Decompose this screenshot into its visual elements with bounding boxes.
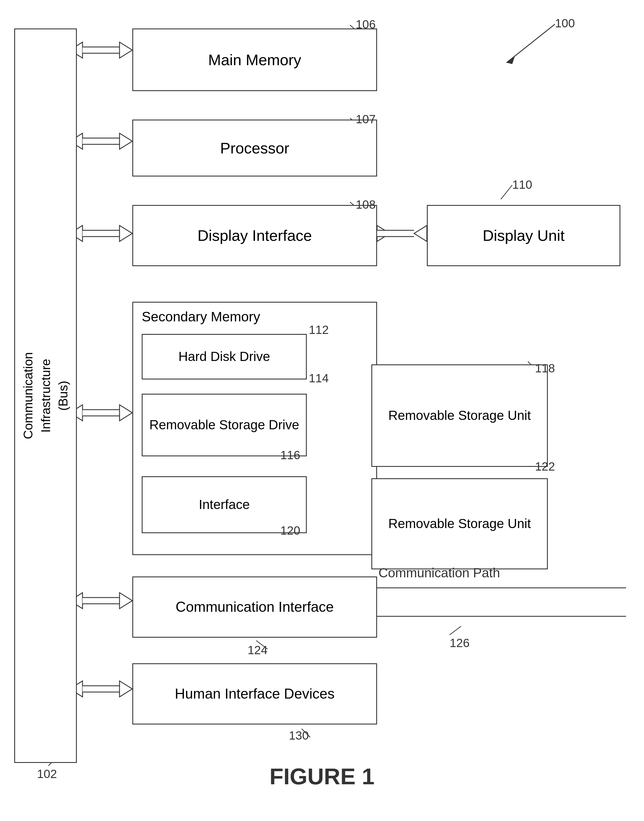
removable-storage-drive-box: Removable Storage Drive: [142, 394, 307, 456]
ref-130: 130: [289, 729, 309, 743]
arrow-main-memory: [70, 42, 132, 58]
removable-storage-drive-label: Removable Storage Drive: [149, 416, 299, 434]
svg-rect-11: [83, 230, 120, 236]
svg-marker-44: [120, 681, 132, 697]
ref-100-arrowhead: [506, 55, 515, 64]
display-interface-box: Display Interface: [132, 205, 377, 266]
arrow-communication-interface: [70, 593, 132, 609]
ref-116: 116: [280, 448, 300, 462]
svg-line-50: [450, 626, 461, 635]
human-interface-devices-label: Human Interface Devices: [175, 684, 334, 703]
svg-rect-41: [83, 686, 120, 692]
ref-100: 100: [555, 17, 575, 30]
arrow-human-interface: [70, 681, 132, 697]
svg-marker-14: [120, 226, 132, 241]
svg-rect-6: [83, 138, 120, 144]
communication-interface-label: Communication Interface: [176, 598, 334, 616]
svg-marker-19: [414, 226, 427, 241]
arrow-secondary-memory: [70, 405, 132, 421]
hard-disk-drive-box: Hard Disk Drive: [142, 334, 307, 379]
svg-rect-21: [83, 410, 120, 416]
display-interface-label: Display Interface: [198, 226, 312, 246]
secondary-memory-label: Secondary Memory: [142, 309, 260, 325]
removable-storage-unit-118-box: Removable Storage Unit: [371, 364, 548, 467]
svg-rect-1: [83, 47, 120, 53]
ref-122: 122: [535, 460, 555, 473]
hard-disk-drive-label: Hard Disk Drive: [178, 348, 270, 365]
arrow-processor: [70, 133, 132, 149]
display-unit-box: Display Unit: [427, 205, 620, 266]
communication-interface-box: Communication Interface: [132, 577, 377, 638]
ref-114: 114: [309, 371, 329, 385]
human-interface-devices-box: Human Interface Devices: [132, 663, 377, 724]
bus-box: Communication Infrastructure (Bus): [14, 28, 77, 763]
ref-120: 120: [280, 524, 300, 537]
svg-line-56: [501, 185, 512, 199]
secondary-memory-outer-box: Secondary Memory Hard Disk Drive Removab…: [132, 302, 377, 555]
removable-storage-unit-122-label: Removable Storage Unit: [388, 515, 531, 532]
ref-112: 112: [309, 323, 329, 337]
removable-storage-unit-118-label: Removable Storage Unit: [388, 407, 531, 424]
display-unit-label: Display Unit: [483, 226, 564, 246]
bus-label: Communication Infrastructure (Bus): [19, 352, 72, 439]
arrow-display-unit: [377, 226, 427, 241]
interface-label: Interface: [199, 496, 250, 513]
ref-107: 107: [356, 112, 376, 126]
svg-rect-36: [83, 597, 120, 604]
svg-marker-4: [120, 42, 132, 58]
ref-106: 106: [356, 18, 376, 31]
ref-102: 102: [37, 767, 57, 781]
figure-caption: FIGURE 1: [270, 764, 374, 790]
svg-marker-39: [120, 593, 132, 609]
main-memory-box: Main Memory: [132, 28, 377, 91]
ref-126: 126: [450, 636, 469, 650]
removable-storage-unit-122-box: Removable Storage Unit: [371, 478, 548, 569]
processor-label: Processor: [220, 138, 289, 158]
main-memory-label: Main Memory: [208, 50, 301, 70]
arrow-display-interface: [70, 226, 132, 241]
svg-rect-16: [377, 230, 414, 236]
ref-108: 108: [356, 198, 376, 212]
svg-marker-9: [120, 133, 132, 149]
communication-path-label: Communication Path: [379, 565, 500, 580]
ref-118: 118: [535, 362, 555, 375]
processor-box: Processor: [132, 120, 377, 176]
svg-marker-24: [120, 405, 132, 421]
diagram: Communication Infrastructure (Bus) Main …: [0, 0, 644, 821]
ref-110: 110: [512, 178, 532, 192]
ref-124: 124: [248, 643, 267, 657]
